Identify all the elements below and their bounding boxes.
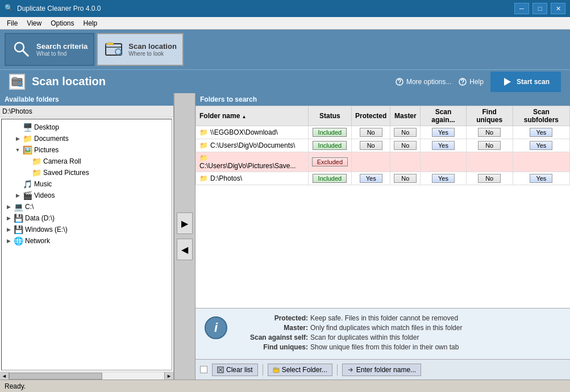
tree-item-d-drive[interactable]: ▶ 💾 Data (D:\)	[4, 212, 169, 224]
protected-cell[interactable]	[352, 152, 390, 172]
d-drive-icon: 💾	[13, 214, 23, 223]
info-find-uniques-label: Find uniques:	[234, 343, 308, 351]
tree-item-saved-pictures[interactable]: 📁 Saved Pictures	[22, 167, 169, 178]
scanAgain-cell[interactable]: Yes	[421, 126, 466, 139]
menu-options[interactable]: Options	[46, 18, 78, 28]
scan-location-label: Scan location	[128, 42, 177, 51]
folder-name-cell[interactable]: 📁D:\Photos\	[196, 172, 309, 185]
available-folders-header: Available folders	[0, 93, 173, 106]
menu-bar: File View Options Help	[0, 17, 570, 30]
master-cell[interactable]: No	[390, 172, 421, 185]
tree-item-c-drive[interactable]: ▶ 💻 C:\	[4, 201, 169, 212]
findUniques-cell[interactable]: No	[466, 139, 513, 152]
scanSubfolders-cell[interactable]	[513, 152, 569, 172]
status-cell[interactable]: Included	[308, 172, 351, 185]
tree-item-pictures[interactable]: ▼ 🖼️ Pictures	[13, 144, 169, 156]
folder-tree[interactable]: 🖥️ Desktop ▶ 📁 Documents ▼ 🖼️ Pictures 📁…	[1, 119, 172, 370]
clear-list-checkbox[interactable]	[200, 366, 207, 373]
status-cell[interactable]: Excluded	[308, 152, 351, 172]
col-status[interactable]: Status	[308, 106, 351, 126]
protected-cell[interactable]: No	[352, 126, 390, 139]
scanAgain-cell[interactable]: Yes	[421, 139, 466, 152]
more-options-button[interactable]: More options...	[395, 77, 451, 86]
scan-location-button[interactable]: Scan location Where to look	[97, 33, 184, 66]
folders-table: Folder name ▲ Status Protected Master Sc…	[195, 106, 570, 308]
col-master[interactable]: Master	[390, 106, 421, 126]
svg-line-7	[22, 86, 23, 87]
menu-view[interactable]: View	[22, 18, 46, 28]
enter-folder-button[interactable]: Enter folder name...	[342, 364, 421, 376]
remove-folder-button[interactable]: ◀	[177, 239, 193, 260]
help-label: Help	[469, 78, 484, 86]
folder-name-cell[interactable]: 📁C:\Users\DigVo\Pictures\Save...	[196, 152, 309, 172]
scanAgain-cell[interactable]: Yes	[421, 172, 466, 185]
add-folder-button[interactable]: ▶	[177, 212, 193, 234]
table-row: 📁\\EGGBOX\Download\IncludedNoNoYesNoYes	[196, 126, 570, 139]
info-master-label: Master:	[234, 324, 308, 332]
clear-list-button[interactable]: Clear list	[212, 364, 258, 376]
search-criteria-button[interactable]: Search criteria What to find	[5, 33, 94, 66]
col-protected[interactable]: Protected	[352, 106, 390, 126]
findUniques-cell[interactable]: No	[466, 126, 513, 139]
videos-icon: 🎬	[22, 191, 32, 200]
info-master-row: Master: Only find duplicates which match…	[234, 324, 462, 332]
network-icon: 🌐	[13, 236, 23, 245]
findUniques-cell[interactable]: No	[466, 172, 513, 185]
findUniques-cell[interactable]	[466, 152, 513, 172]
scan-location-icon	[103, 39, 124, 60]
scanAgain-cell[interactable]	[421, 152, 466, 172]
folder-name-cell[interactable]: 📁\\EGGBOX\Download\	[196, 126, 309, 139]
toolbar: Search criteria What to find Scan locati…	[0, 30, 570, 69]
tree-item-documents[interactable]: ▶ 📁 Documents	[13, 133, 169, 144]
minimize-button[interactable]: ─	[514, 3, 529, 14]
scanSubfolders-cell[interactable]: Yes	[513, 126, 569, 139]
col-scan-again[interactable]: Scan again...	[421, 106, 466, 126]
status-bar: Ready.	[0, 380, 570, 392]
scanSubfolders-cell[interactable]: Yes	[513, 172, 569, 185]
folder-name-cell[interactable]: 📁C:\Users\DigVo\Documents\	[196, 139, 309, 152]
master-cell[interactable]	[390, 152, 421, 172]
col-find-uniques[interactable]: Find uniques	[466, 106, 513, 126]
start-scan-button[interactable]: Start scan	[490, 72, 561, 92]
left-panel: Available folders D:\Photos 🖥️ Desktop ▶…	[0, 93, 174, 380]
tree-item-camera-roll[interactable]: 📁 Camera Roll	[22, 156, 169, 167]
scroll-right-btn[interactable]: ►	[164, 372, 173, 380]
svg-line-1	[23, 51, 28, 56]
tree-item-videos[interactable]: ▶ 🎬 Videos	[13, 190, 169, 201]
select-folder-button[interactable]: Select Folder...	[268, 364, 332, 376]
protected-cell[interactable]: Yes	[352, 172, 390, 185]
close-button[interactable]: ✕	[551, 3, 565, 14]
status-cell[interactable]: Included	[308, 139, 351, 152]
right-panel: Folders to search Folder name ▲ Status P…	[195, 93, 570, 380]
status-cell[interactable]: Included	[308, 126, 351, 139]
master-cell[interactable]: No	[390, 139, 421, 152]
info-find-uniques-value: Show unique files from this folder in th…	[310, 343, 459, 351]
maximize-button[interactable]: □	[532, 3, 547, 14]
saved-pictures-icon: 📁	[31, 168, 41, 177]
menu-file[interactable]: File	[2, 18, 22, 28]
tree-horizontal-scrollbar[interactable]: ◄ ►	[0, 372, 173, 380]
master-cell[interactable]: No	[390, 126, 421, 139]
tree-item-e-drive[interactable]: ▶ 💾 Windows (E:\)	[4, 224, 169, 235]
col-folder-name[interactable]: Folder name ▲	[196, 106, 309, 126]
folder-transfer-panel: ▶ ◀	[174, 93, 195, 380]
scanSubfolders-cell[interactable]: Yes	[513, 139, 569, 152]
info-content: Protected: Keep safe. Files in this fold…	[234, 314, 462, 351]
col-scan-subfolders[interactable]: Scan subfolders	[513, 106, 569, 126]
tree-item-desktop[interactable]: 🖥️ Desktop	[13, 122, 169, 133]
music-icon: 🎵	[22, 180, 32, 189]
help-button[interactable]: Help	[458, 77, 484, 86]
table-row: 📁D:\Photos\IncludedYesNoYesNoYes	[196, 172, 570, 185]
scroll-left-btn[interactable]: ◄	[0, 372, 9, 380]
folders-to-search-header: Folders to search	[195, 93, 570, 106]
tree-item-music[interactable]: 🎵 Music	[13, 178, 169, 190]
info-scan-self-row: Scan against self: Scan for duplicates w…	[234, 333, 462, 341]
documents-icon: 📁	[22, 134, 32, 143]
menu-help[interactable]: Help	[79, 18, 102, 28]
camera-roll-icon: 📁	[31, 157, 41, 166]
info-protected-value: Keep safe. Files in this folder cannot b…	[310, 314, 458, 322]
e-drive-icon: 💾	[13, 225, 23, 234]
protected-cell[interactable]: No	[352, 139, 390, 152]
tree-item-network[interactable]: ▶ 🌐 Network	[4, 235, 169, 247]
bottom-bar: Clear list Select Folder... Enter folder…	[195, 359, 570, 380]
